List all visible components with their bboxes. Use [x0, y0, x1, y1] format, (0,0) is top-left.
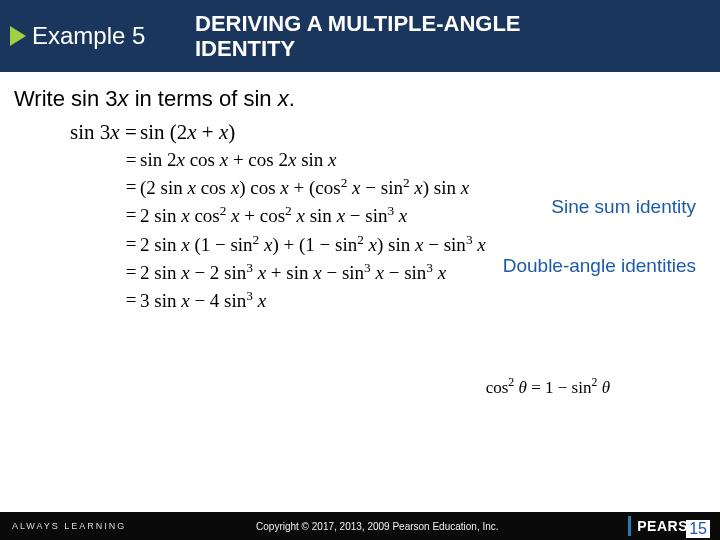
slide-header: Example 5 DERIVING A MULTIPLE-ANGLE IDEN…	[0, 0, 720, 72]
page-number: 15	[686, 520, 710, 538]
annotation-double-angle: Double-angle identities	[503, 255, 696, 277]
title-line-1: DERIVING A MULTIPLE-ANGLE	[195, 11, 521, 36]
prompt-var1: x	[118, 86, 129, 111]
math-line-1: sin 3x=sin (2x + x)	[70, 120, 720, 145]
always-learning: ALWAYS LEARNING	[12, 521, 126, 531]
annotation-cos-squared: cos2 θ = 1 − sin2 θ	[486, 375, 610, 398]
annotation-sine-sum: Sine sum identity	[551, 196, 696, 218]
title-line-2: IDENTITY	[195, 36, 295, 61]
math-line-2: =sin 2x cos x + cos 2x sin x	[70, 149, 720, 171]
slide-title: DERIVING A MULTIPLE-ANGLE IDENTITY	[195, 11, 521, 62]
math-line-5: =2 sin x (1 − sin2 x) + (1 − sin2 x) sin…	[70, 232, 720, 256]
math-line-7: =3 sin x − 4 sin3 x	[70, 288, 720, 312]
example-label: Example 5	[32, 22, 145, 50]
pearson-bar-icon	[628, 516, 631, 536]
prompt-mid: in terms of sin	[129, 86, 278, 111]
prompt-var2: x	[278, 86, 289, 111]
example-box: Example 5	[0, 22, 195, 50]
copyright-text: Copyright © 2017, 2013, 2009 Pearson Edu…	[256, 521, 499, 532]
prompt-text: Write sin 3x in terms of sin x.	[14, 86, 720, 112]
prompt-pre: Write sin 3	[14, 86, 118, 111]
prompt-post: .	[289, 86, 295, 111]
slide-footer: ALWAYS LEARNING Copyright © 2017, 2013, …	[0, 512, 720, 540]
play-icon	[10, 26, 26, 46]
